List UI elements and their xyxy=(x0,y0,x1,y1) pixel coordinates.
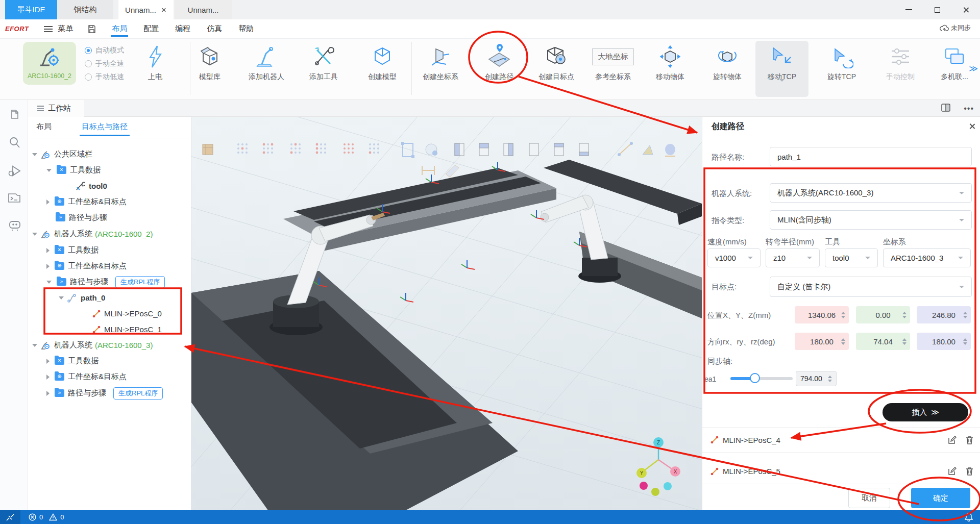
radio-manual-full-speed[interactable]: 手动全速 xyxy=(85,57,124,70)
sync-status[interactable]: 未同步 xyxy=(940,23,971,33)
ribbon-overflow-chevron[interactable]: ≫ xyxy=(969,63,978,74)
terminal-icon[interactable] xyxy=(8,192,21,206)
expander-icon[interactable] xyxy=(32,233,37,236)
orientation-rz-spinbox[interactable]: 180.00 xyxy=(917,333,971,350)
orientation-ry-spinbox[interactable]: 74.04 xyxy=(856,333,910,350)
tree-item-workpiece-targets[interactable]: 工件坐标&目标点 xyxy=(28,194,191,210)
delete-icon[interactable] xyxy=(966,467,973,476)
tree-item-tool0[interactable]: tool0 xyxy=(28,178,191,194)
delete-icon[interactable] xyxy=(966,436,973,444)
position-x-spinbox[interactable]: 1340.06 xyxy=(795,306,849,323)
workstation-tab[interactable]: 工作站 xyxy=(28,100,84,117)
expander-icon[interactable] xyxy=(46,375,50,380)
tree-item-robot-system-3[interactable]: 机器人系统(ARC10-1600_3) xyxy=(28,337,191,353)
robot-system-select[interactable]: 机器人系统(ARC10-1600_3) xyxy=(770,183,972,203)
tree-item-common-area[interactable]: 公共区域栏 xyxy=(28,146,191,162)
hamburger-icon[interactable] xyxy=(44,24,53,34)
edit-icon[interactable] xyxy=(948,436,957,444)
create-target-button[interactable]: 创建目标点 xyxy=(530,41,583,97)
tree-item-path0[interactable]: path_0 xyxy=(28,290,191,306)
expander-icon[interactable] xyxy=(46,391,50,396)
tree-item-paths-steps-3[interactable]: 路径与步骤 生成RPL程序 xyxy=(28,385,191,401)
error-icon[interactable] xyxy=(29,513,36,521)
maximize-button[interactable] xyxy=(923,0,951,19)
tree-item-workpiece-targets-2[interactable]: 工件坐标&目标点 xyxy=(28,258,191,274)
connection-status-button[interactable] xyxy=(0,510,20,524)
orientation-rx-spinbox[interactable]: 180.00 xyxy=(795,333,849,350)
expander-icon[interactable] xyxy=(46,169,52,172)
menu-item-config[interactable]: 配置 xyxy=(142,21,160,37)
rotate-object-button[interactable]: 旋转物体 xyxy=(701,41,754,97)
move-tcp-button[interactable]: 移动TCP xyxy=(755,41,808,97)
step-row-eposc5[interactable]: MLIN->EPosC_5 xyxy=(702,459,980,484)
tree-item-robot-system-2[interactable]: 机器人系统(ARC10-1600_2) xyxy=(28,226,191,242)
menu-item-programming[interactable]: 编程 xyxy=(174,21,191,37)
expander-icon[interactable] xyxy=(46,359,50,364)
spinner-arrows[interactable] xyxy=(841,338,845,345)
tree-item-mlin-0[interactable]: MLIN->EPosC_0 xyxy=(28,306,191,321)
more-options-icon[interactable]: ••• xyxy=(964,104,974,113)
split-view-icon[interactable] xyxy=(941,104,950,114)
move-object-button[interactable]: 移动物体 xyxy=(644,41,697,97)
instruction-type-select[interactable]: MLIN(含同步轴) xyxy=(770,210,972,230)
position-z-spinbox[interactable]: 246.80 xyxy=(917,306,971,323)
menu-item-layout[interactable]: 布局 xyxy=(111,21,128,37)
generate-rpl-button[interactable]: 生成RPL程序 xyxy=(115,276,165,288)
step-row-eposc4[interactable]: MLIN->EPosC_4 xyxy=(702,427,980,453)
cancel-button[interactable]: 取消 xyxy=(848,488,890,508)
spinner-arrows[interactable] xyxy=(902,312,906,318)
blend-radius-select[interactable]: z10 xyxy=(766,248,820,267)
notifications-bell-icon[interactable] xyxy=(965,512,973,523)
position-y-spinbox[interactable]: 0.00 xyxy=(856,306,910,323)
menu-item-help[interactable]: 帮助 xyxy=(237,21,255,37)
create-model-button[interactable]: 创建模型 xyxy=(356,41,409,97)
minimize-button[interactable] xyxy=(894,0,923,19)
world-frame-badge[interactable]: 大地坐标 xyxy=(592,48,634,65)
confirm-button[interactable]: 确定 xyxy=(911,488,970,508)
menu-item-simulation[interactable]: 仿真 xyxy=(206,21,223,37)
expander-icon[interactable] xyxy=(46,248,50,253)
slider-handle[interactable] xyxy=(750,373,760,383)
expander-icon[interactable] xyxy=(46,281,52,284)
spinner-arrows[interactable] xyxy=(963,312,967,318)
tree-item-tool-data[interactable]: 工具数据 xyxy=(28,162,191,178)
app-tab-modou-ide[interactable]: 墨斗IDE xyxy=(5,0,57,19)
radio-auto-mode[interactable]: 自动模式 xyxy=(85,44,124,57)
active-robot-button[interactable]: ARC10-1600_2 xyxy=(23,42,76,85)
sync-axis-slider[interactable] xyxy=(730,377,793,380)
close-button[interactable] xyxy=(951,0,980,19)
robot-assistant-icon[interactable] xyxy=(8,218,22,234)
menu-item-menu[interactable]: 菜单 xyxy=(57,21,74,37)
edit-icon[interactable] xyxy=(948,467,957,476)
spinner-arrows[interactable] xyxy=(841,312,845,318)
create-path-button[interactable]: 创建路径 xyxy=(473,41,526,97)
debug-run-icon[interactable] xyxy=(8,164,22,180)
doc-tab-steel-structure[interactable]: 钢结构 xyxy=(57,0,113,19)
warning-icon[interactable] xyxy=(49,513,57,521)
viewport-3d[interactable]: Z Y X xyxy=(191,117,702,510)
path-name-input[interactable]: path_1 xyxy=(770,147,972,166)
tool-select[interactable]: tool0 xyxy=(825,248,878,267)
spinner-arrows[interactable] xyxy=(902,338,906,345)
tab-targets-and-paths[interactable]: 目标点与路径 xyxy=(82,122,128,132)
expander-icon[interactable] xyxy=(32,153,37,156)
sync-axis-value-box[interactable]: 794.00 xyxy=(796,371,837,386)
power-on-button[interactable]: 上电 xyxy=(129,41,182,97)
tab-layout[interactable]: 布局 xyxy=(36,122,52,132)
tree-item-workpiece-targets-3[interactable]: 工件坐标&目标点 xyxy=(28,369,191,385)
speed-select[interactable]: v1000 xyxy=(707,248,761,267)
target-point-select[interactable]: 自定义 (笛卡尔) xyxy=(770,277,972,297)
tree-item-paths-steps[interactable]: 路径与步骤 xyxy=(28,210,191,226)
model-library-button[interactable]: 模型库 xyxy=(183,41,236,97)
radio-manual-low-speed[interactable]: 手动低速 xyxy=(85,70,124,84)
create-frame-button[interactable]: 创建坐标系 xyxy=(414,41,467,97)
reference-frame-button[interactable]: 大地坐标 参考坐标系 xyxy=(586,41,640,97)
expander-icon[interactable] xyxy=(59,296,64,300)
save-icon[interactable] xyxy=(87,24,96,34)
search-icon[interactable] xyxy=(8,136,21,151)
tree-item-mlin-1[interactable]: MLIN->EPosC_1 xyxy=(28,321,191,337)
expander-icon[interactable] xyxy=(46,264,50,269)
doc-tab-unnamed-2[interactable]: Unnam... xyxy=(175,0,232,19)
spinner-arrows[interactable] xyxy=(963,338,967,345)
tree-item-paths-steps-2[interactable]: 路径与步骤 生成RPL程序 xyxy=(28,274,191,290)
